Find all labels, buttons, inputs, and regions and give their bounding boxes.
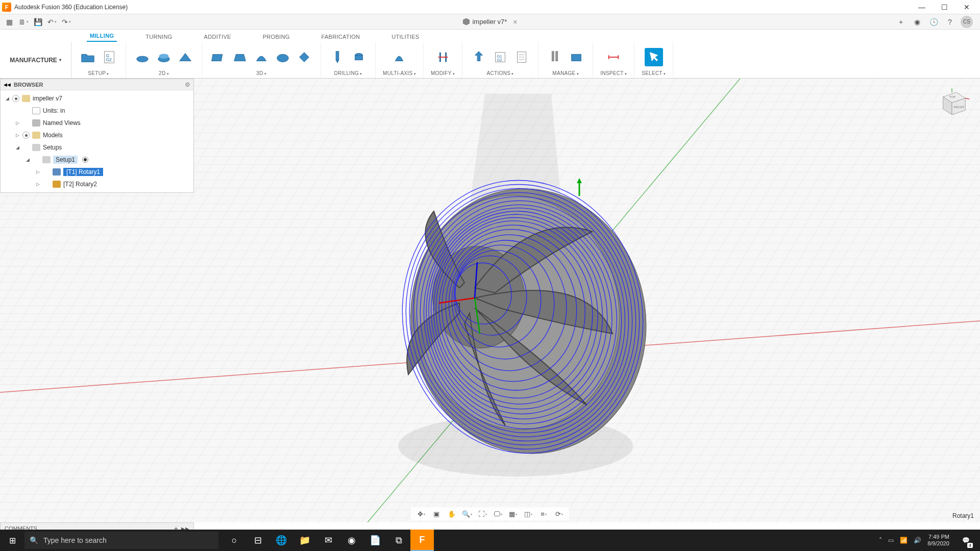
visibility-toggle[interactable] — [22, 132, 30, 139]
tray-wifi-icon[interactable]: 📶 — [900, 537, 908, 544]
folder-icon[interactable] — [79, 48, 97, 66]
maximize-button[interactable]: ☐ — [933, 0, 955, 14]
measure-icon[interactable] — [604, 48, 623, 66]
tab-close-button[interactable]: × — [513, 18, 517, 26]
browser-units-node[interactable]: Units: in — [1, 105, 193, 117]
orbit-button[interactable]: ✥ — [416, 509, 426, 519]
drill-icon[interactable] — [328, 48, 347, 66]
browser-namedviews-node[interactable]: ▷ Named Views — [1, 117, 193, 129]
help-button[interactable]: ? — [944, 16, 955, 28]
task-view-button[interactable]: ⊟ — [246, 530, 270, 551]
nc-program-icon[interactable]: GG2 — [100, 48, 118, 66]
job-status-button[interactable]: 🕓 — [928, 16, 939, 28]
tool-library-icon[interactable] — [546, 48, 564, 66]
refresh-button[interactable]: ⟳ — [554, 509, 564, 519]
taskbar-mail[interactable]: ✉ — [316, 530, 340, 551]
search-box[interactable]: 🔍 Type here to search — [24, 532, 218, 549]
look-at-button[interactable]: ▣ — [431, 509, 442, 519]
taskbar-clock[interactable]: 7:49 PM 8/9/2020 — [927, 534, 949, 547]
group-inspect-label[interactable]: INSPECT — [600, 70, 627, 76]
user-avatar[interactable]: CS — [961, 16, 973, 28]
document-tab[interactable]: impeller v7* × — [462, 18, 517, 26]
browser-collapse-button[interactable]: ◀◀ — [4, 82, 11, 87]
multiaxis-icon[interactable] — [390, 48, 408, 66]
viewports-button[interactable]: ◫ — [523, 509, 533, 519]
group-3d: 3D — [202, 42, 321, 78]
browser-setup1-node[interactable]: ◢ Setup1 — [1, 154, 193, 166]
3d-op3-icon[interactable] — [252, 48, 271, 66]
3d-op2-icon[interactable] — [231, 48, 249, 66]
pan-button[interactable]: ✋ — [447, 509, 457, 519]
browser-op2-node[interactable]: ▷ [T2] Rotary2 — [1, 178, 193, 190]
browser-title: BROWSER — [14, 82, 43, 88]
visibility-toggle[interactable] — [12, 95, 19, 102]
notification-center-button[interactable]: 💬4 — [955, 530, 976, 551]
grid-button[interactable]: ▦ — [508, 509, 518, 519]
setupsheet-icon[interactable] — [512, 48, 531, 66]
new-design-button[interactable]: + — [895, 16, 906, 28]
hole-icon[interactable] — [350, 48, 368, 66]
minimize-button[interactable]: — — [911, 0, 933, 14]
taskbar-fusion[interactable]: F — [410, 530, 434, 551]
close-button[interactable]: ✕ — [955, 0, 978, 14]
postprocess-icon[interactable]: G1G2 — [491, 48, 509, 66]
save-button[interactable]: 💾 — [32, 16, 44, 28]
generate-icon[interactable] — [470, 48, 488, 66]
group-select-label[interactable]: SELECT — [642, 70, 666, 76]
group-multiaxis-label[interactable]: MULTI-AXIS — [383, 70, 416, 76]
tray-volume-icon[interactable]: 🔊 — [914, 537, 921, 544]
zoom-button[interactable]: 🔍 — [462, 509, 472, 519]
data-panel-button[interactable]: ▦ — [3, 16, 15, 28]
group-2d-label[interactable]: 2D — [159, 70, 169, 76]
select-tool-button[interactable] — [645, 48, 663, 66]
group-setup: GG2 SETUP — [71, 42, 126, 78]
fit-button[interactable]: ⛶ — [477, 509, 487, 519]
component-icon — [22, 95, 30, 102]
tab-fabrication[interactable]: FABRICATION — [318, 32, 363, 42]
active-setup-radio[interactable] — [82, 157, 88, 163]
group-manage-label[interactable]: MANAGE — [552, 70, 579, 76]
display-button[interactable]: 🖵 — [493, 509, 503, 519]
browser-tree: ◢ impeller v7 Units: in ▷ Named Views ▷ … — [1, 90, 193, 192]
tab-additive[interactable]: ADDITIVE — [201, 32, 234, 42]
group-drilling-label[interactable]: DRILLING — [334, 70, 362, 76]
group-modify-label[interactable]: MODIFY — [431, 70, 455, 76]
svg-rect-8 — [336, 52, 339, 60]
3d-op4-icon[interactable] — [274, 48, 292, 66]
browser-settings-button[interactable]: ⚙ — [185, 81, 190, 88]
viewcube[interactable]: TOP FRONT — [934, 86, 970, 121]
file-menu-button[interactable]: 🗎 — [17, 16, 30, 28]
3d-op5-icon[interactable] — [295, 48, 313, 66]
tray-expand-button[interactable]: ˄ — [879, 537, 882, 544]
taskbar-chrome[interactable]: ◉ — [340, 530, 363, 551]
2d-op2-icon[interactable] — [155, 48, 173, 66]
3d-op1-icon[interactable] — [209, 48, 228, 66]
tab-utilities[interactable]: UTILITIES — [388, 32, 422, 42]
browser-op1-node[interactable]: ▷ [T1] Rotary1 — [1, 166, 193, 178]
taskbar-app1[interactable]: 📄 — [363, 530, 387, 551]
group-setup-label[interactable]: SETUP — [88, 70, 109, 76]
undo-button[interactable]: ↶ — [46, 16, 58, 28]
taskbar-vscode[interactable]: ⧉ — [387, 530, 410, 551]
redo-button[interactable]: ↷ — [60, 16, 72, 28]
browser-models-node[interactable]: ▷ Models — [1, 129, 193, 141]
taskbar-explorer[interactable]: 📁 — [293, 530, 316, 551]
tray-battery-icon[interactable]: ▭ — [888, 537, 894, 544]
2d-op3-icon[interactable] — [176, 48, 194, 66]
effects-button[interactable]: ≡ — [538, 509, 549, 519]
cortana-button[interactable]: ○ — [223, 530, 246, 551]
tab-probing[interactable]: PROBING — [260, 32, 293, 42]
browser-root-node[interactable]: ◢ impeller v7 — [1, 92, 193, 105]
extensions-button[interactable]: ◉ — [912, 16, 923, 28]
taskbar-edge[interactable]: 🌐 — [270, 530, 293, 551]
tab-turning[interactable]: TURNING — [142, 32, 175, 42]
workspace-switcher[interactable]: MANUFACTURE — [0, 42, 71, 78]
2d-op1-icon[interactable] — [133, 48, 152, 66]
machine-library-icon[interactable] — [567, 48, 585, 66]
modify-icon[interactable] — [434, 48, 452, 66]
group-actions-label[interactable]: ACTIONS — [487, 70, 514, 76]
group-3d-label[interactable]: 3D — [256, 70, 266, 76]
start-button[interactable]: ⊞ — [0, 530, 24, 551]
tab-milling[interactable]: MILLING — [87, 31, 117, 42]
browser-setups-node[interactable]: ◢ Setups — [1, 141, 193, 154]
